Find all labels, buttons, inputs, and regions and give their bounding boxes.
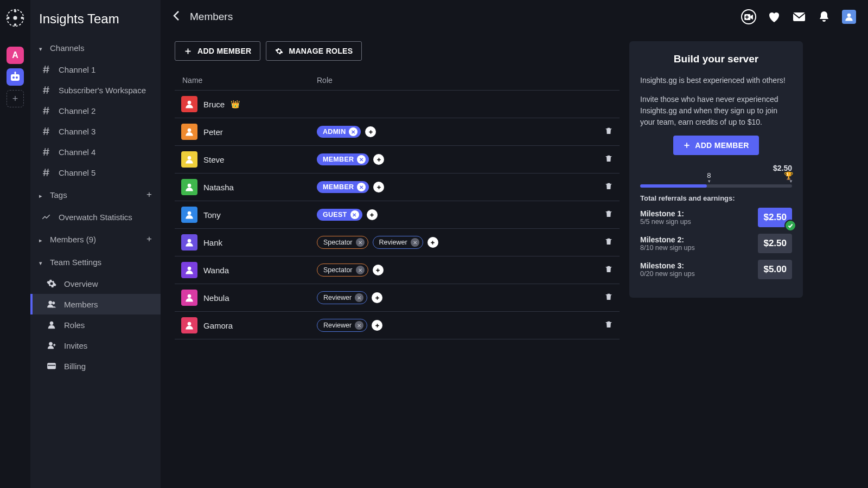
remove-role-button[interactable]: ✕ [349, 127, 358, 136]
delete-member-button[interactable] [604, 266, 613, 275]
member-name: Nebula [203, 293, 229, 303]
trash-icon [604, 153, 613, 163]
delete-member-button[interactable] [604, 183, 613, 192]
svg-point-62 [188, 239, 192, 243]
remove-role-button[interactable]: ✕ [357, 183, 366, 191]
role-label: Reviewer [323, 294, 352, 301]
delete-member-button[interactable] [604, 156, 613, 165]
header-name: Name [181, 76, 317, 85]
trash-icon [604, 319, 613, 329]
add-tag-button[interactable]: + [146, 189, 152, 200]
remove-role-button[interactable]: ✕ [356, 238, 365, 247]
sidebar-channel-item[interactable]: Channel 4 [30, 142, 161, 162]
member-avatar [181, 207, 197, 223]
delete-member-button[interactable] [604, 294, 613, 303]
add-role-button[interactable] [427, 237, 438, 248]
server-badge-a-label: A [12, 50, 18, 60]
remove-role-button[interactable]: ✕ [356, 266, 365, 274]
remove-role-button[interactable]: ✕ [357, 155, 366, 164]
remove-role-button[interactable]: ✕ [355, 321, 363, 330]
channels-label: Channels [50, 43, 84, 53]
hash-icon [41, 168, 51, 177]
settings-item-label: Overview [64, 279, 98, 288]
manage-roles-button[interactable]: MANAGE ROLES [266, 41, 362, 61]
sidebar-section-members[interactable]: ▸Members (9) + [30, 227, 161, 251]
person-icon [184, 99, 194, 109]
sidebar-settings-members[interactable]: Members [30, 294, 161, 314]
logo-row [5, 8, 25, 41]
role-label: MEMBER [323, 183, 354, 191]
add-role-button[interactable] [373, 265, 384, 275]
channel-label: Channel 4 [59, 147, 95, 157]
svg-point-53 [188, 156, 192, 160]
add-role-button[interactable] [367, 209, 378, 220]
sidebar-settings-overview[interactable]: Overview [30, 273, 161, 294]
sidebar-channel-item[interactable]: Subscriber's Workspace [30, 80, 161, 100]
delete-member-button[interactable] [604, 211, 613, 220]
sidebar-channel-item[interactable]: Channel 5 [30, 162, 161, 183]
promo-add-member-label: ADD MEMBER [695, 141, 749, 150]
delete-member-button[interactable] [604, 128, 613, 137]
member-avatar [181, 317, 197, 333]
role-label: Reviewer [379, 239, 407, 246]
svg-line-14 [44, 107, 45, 114]
member-avatar [181, 234, 197, 251]
tags-label: Tags [50, 190, 67, 200]
member-row: Wanda Spectator✕ [175, 256, 620, 284]
server-add-button[interactable]: + [7, 90, 24, 107]
role-pill: MEMBER✕ [317, 153, 369, 165]
add-role-button[interactable] [373, 154, 384, 165]
milestone-sub: 0/20 new sign ups [640, 270, 695, 278]
add-member-sidebar-button[interactable]: + [146, 234, 152, 245]
sidebar-settings-billing[interactable]: Billing [30, 356, 161, 376]
remove-role-button[interactable]: ✕ [350, 210, 359, 219]
plus-icon [184, 47, 192, 55]
milestone-sub: 5/5 new sign ups [640, 218, 691, 226]
person-icon [184, 127, 194, 137]
svg-rect-35 [48, 365, 56, 366]
person-icon [184, 237, 194, 247]
settings-item-label: Roles [64, 320, 85, 330]
add-role-button[interactable] [365, 126, 376, 137]
svg-point-37 [13, 16, 17, 20]
plus-icon [368, 211, 375, 219]
chevron-down-icon: ▾ [39, 260, 46, 267]
server-badge-a[interactable]: A [7, 47, 24, 64]
member-name: Steve [203, 155, 224, 164]
sidebar-channel-item[interactable]: Channel 1 [30, 59, 161, 80]
sidebar-item-stats[interactable]: Overwatch Statistics [30, 207, 161, 227]
sidebar-channel-item[interactable]: Channel 3 [30, 121, 161, 142]
delete-member-button[interactable] [604, 239, 613, 248]
channel-label: Channel 5 [59, 168, 95, 177]
svg-point-40 [7, 17, 10, 20]
member-name: Tony [203, 210, 221, 220]
plus-icon [375, 184, 382, 191]
svg-point-65 [188, 267, 192, 271]
billing-icon [47, 361, 56, 371]
sidebar-section-tags[interactable]: ▸Tags + [30, 183, 161, 207]
plus-icon [374, 294, 381, 301]
add-role-button[interactable] [372, 292, 382, 303]
sidebar-section-team-settings[interactable]: ▾Team Settings [30, 251, 161, 273]
add-role-button[interactable] [373, 182, 384, 192]
svg-point-39 [14, 23, 17, 26]
sidebar-settings-roles[interactable]: Roles [30, 314, 161, 335]
sidebar-section-channels[interactable]: ▾Channels [30, 37, 161, 59]
add-member-button[interactable]: ADD MEMBER [175, 41, 260, 61]
member-name: Gamora [203, 321, 233, 330]
promo-add-member-button[interactable]: ADD MEMBER [673, 136, 758, 155]
delete-member-button[interactable] [604, 322, 613, 331]
remove-role-button[interactable]: ✕ [411, 238, 419, 247]
person-icon [184, 155, 194, 164]
member-avatar [181, 96, 197, 112]
svg-point-31 [49, 342, 53, 345]
server-badge-bot[interactable] [7, 68, 24, 86]
svg-line-19 [47, 127, 48, 135]
svg-point-56 [188, 184, 192, 188]
member-row: Natasha MEMBER✕ [175, 174, 620, 201]
remove-role-button[interactable]: ✕ [355, 293, 363, 302]
sidebar-channel-item[interactable]: Channel 2 [30, 100, 161, 121]
sidebar-settings-invites[interactable]: Invites [30, 335, 161, 356]
add-role-button[interactable] [372, 320, 382, 331]
hash-icon [41, 65, 51, 74]
